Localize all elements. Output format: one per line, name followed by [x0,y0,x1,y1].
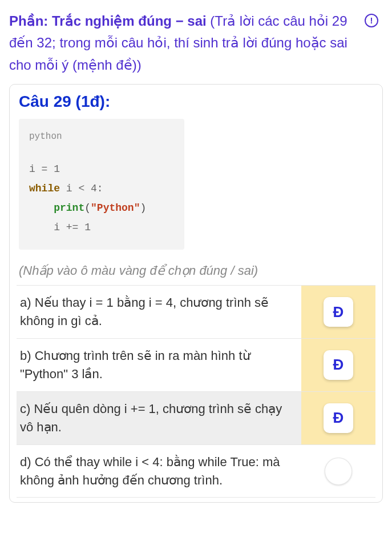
unselected-circle-icon[interactable] [325,458,352,485]
option-action-cell[interactable]: Đ [301,392,375,444]
option-row: b) Chương trình trên sẽ in ra màn hình t… [17,339,375,392]
true-false-button[interactable]: Đ [324,403,353,433]
option-text: b) Chương trình trên sẽ in ra màn hình t… [17,339,301,391]
code-line-4: i += 1 [29,218,174,237]
code-language-label: python [29,128,174,145]
option-row: d) Có thể thay while i < 4: bằng while T… [17,445,375,498]
hint-text: (Nhấp vào ô màu vàng để chọn đúng / sai) [19,263,373,278]
options-list: a) Nếu thay i = 1 bằng i = 4, chương trì… [17,285,375,498]
option-action-cell[interactable]: Đ [301,286,375,338]
code-block: python i = 1 while i < 4: print("Python"… [19,119,184,250]
true-false-button[interactable]: Đ [324,350,353,380]
option-row: a) Nếu thay i = 1 bằng i = 4, chương trì… [17,286,375,339]
section-header: Phần: Trắc nghiệm đúng − sai (Trả lời cá… [9,10,383,76]
section-title-bold: Phần: Trắc nghiệm đúng − sai [9,13,207,29]
option-text: a) Nếu thay i = 1 bằng i = 4, chương trì… [17,286,301,338]
true-false-button[interactable]: Đ [324,297,353,327]
option-text: c) Nếu quên dòng i += 1, chương trình sẽ… [17,392,301,444]
code-line-2: while i < 4: [29,179,174,198]
option-action-cell[interactable]: Đ [301,339,375,391]
code-line-1: i = 1 [29,159,174,179]
info-icon[interactable]: ! [365,14,378,27]
option-action-cell[interactable] [301,445,375,498]
question-box: Câu 29 (1đ): python i = 1 while i < 4: p… [9,84,383,503]
option-text: d) Có thể thay while i < 4: bằng while T… [17,445,301,498]
question-title: Câu 29 (1đ): [17,93,375,111]
option-row: c) Nếu quên dòng i += 1, chương trình sẽ… [17,392,375,445]
code-line-3: print("Python") [29,198,174,218]
